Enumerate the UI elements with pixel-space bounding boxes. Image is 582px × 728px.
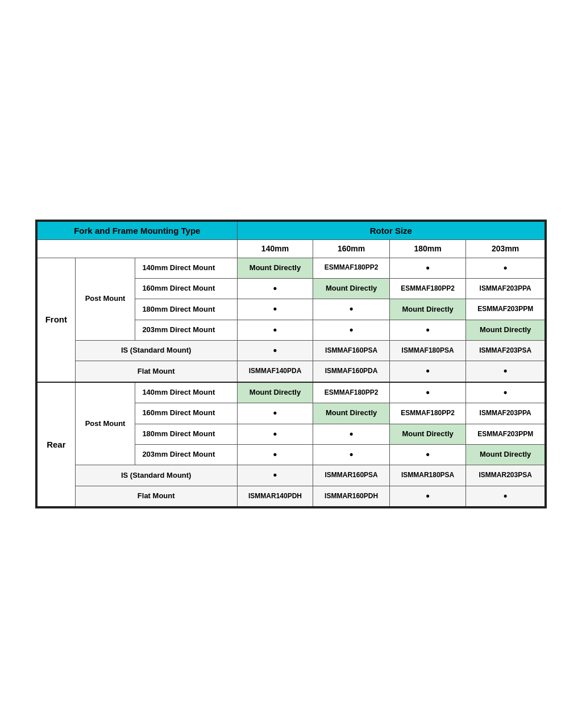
is-cell-1-0: • bbox=[237, 465, 313, 486]
is-cell-0-1: ISMMAF160PSA bbox=[313, 341, 390, 361]
row-label-1-1: 160mm Direct Mount bbox=[135, 403, 237, 424]
is-cell-1-1: ISMMAR160PSA bbox=[313, 465, 390, 486]
size-203-header: 203mm bbox=[466, 240, 545, 258]
flat-cell-0-2: • bbox=[389, 361, 466, 382]
row-label-1-3: 203mm Direct Mount bbox=[135, 445, 237, 465]
flat-cell-0-3: • bbox=[466, 361, 545, 382]
cell-1-2-1: • bbox=[313, 424, 390, 444]
cell-0-0-1: ESMMAF180PP2 bbox=[313, 258, 390, 278]
cell-0-0-3: • bbox=[466, 258, 545, 278]
cell-0-2-1: • bbox=[313, 299, 390, 320]
cell-0-3-1: • bbox=[313, 320, 390, 340]
cell-0-1-1: Mount Directly bbox=[313, 278, 390, 299]
flat-label-0: Flat Mount bbox=[75, 361, 237, 382]
is-label-1: IS (Standard Mount) bbox=[75, 465, 237, 486]
cell-1-1-2: ESMMAF180PP2 bbox=[389, 403, 466, 424]
flat-cell-1-0: ISMMAR140PDH bbox=[237, 486, 313, 507]
main-label-front: Front bbox=[37, 258, 75, 382]
cell-1-1-3: ISMMAF203PPA bbox=[466, 403, 545, 424]
cell-0-1-3: ISMMAF203PPA bbox=[466, 278, 545, 299]
cell-1-0-2: • bbox=[389, 382, 466, 403]
row-label-1-0: 140mm Direct Mount bbox=[135, 382, 237, 403]
fork-frame-header: Fork and Frame Mounting Type bbox=[37, 221, 237, 240]
is-cell-1-2: ISMMAR180PSA bbox=[389, 465, 466, 486]
main-label-rear: Rear bbox=[37, 382, 75, 507]
cell-1-3-2: • bbox=[389, 445, 466, 465]
cell-1-2-0: • bbox=[237, 424, 313, 444]
row-label-0-0: 140mm Direct Mount bbox=[135, 258, 237, 278]
flat-cell-1-1: ISMMAR160PDH bbox=[313, 486, 390, 507]
cell-1-3-1: • bbox=[313, 445, 390, 465]
fork-frame-subheader bbox=[37, 240, 237, 258]
is-cell-1-3: ISMMAR203PSA bbox=[466, 465, 545, 486]
flat-cell-1-3: • bbox=[466, 486, 545, 507]
cell-0-2-0: • bbox=[237, 299, 313, 320]
cell-0-2-3: ESMMAF203PPM bbox=[466, 299, 545, 320]
size-180-header: 180mm bbox=[389, 240, 466, 258]
cell-0-3-2: • bbox=[389, 320, 466, 340]
flat-cell-0-0: ISMMAF140PDA bbox=[237, 361, 313, 382]
row-label-0-1: 160mm Direct Mount bbox=[135, 278, 237, 299]
is-cell-0-0: • bbox=[237, 341, 313, 361]
cell-1-1-0: • bbox=[237, 403, 313, 424]
cell-1-0-1: ESMMAF180PP2 bbox=[313, 382, 390, 403]
is-cell-0-2: ISMMAF180PSA bbox=[389, 341, 466, 361]
cell-1-3-0: • bbox=[237, 445, 313, 465]
post-mount-label-front: Post Mount bbox=[75, 258, 135, 341]
cell-1-0-3: • bbox=[466, 382, 545, 403]
size-140-header: 140mm bbox=[237, 240, 313, 258]
cell-1-2-2: Mount Directly bbox=[389, 424, 466, 444]
cell-1-3-3: Mount Directly bbox=[466, 445, 545, 465]
cell-0-3-0: • bbox=[237, 320, 313, 340]
rotor-size-header: Rotor Size bbox=[237, 221, 545, 240]
cell-0-2-2: Mount Directly bbox=[389, 299, 466, 320]
cell-1-2-3: ESMMAF203PPM bbox=[466, 424, 545, 444]
cell-0-3-3: Mount Directly bbox=[466, 320, 545, 340]
compatibility-table: Fork and Frame Mounting Type Rotor Size … bbox=[36, 221, 546, 507]
cell-0-1-2: ESMMAF180PP2 bbox=[389, 278, 466, 299]
is-label-0: IS (Standard Mount) bbox=[75, 341, 237, 361]
flat-cell-1-2: • bbox=[389, 486, 466, 507]
flat-label-1: Flat Mount bbox=[75, 486, 237, 507]
cell-0-0-2: • bbox=[389, 258, 466, 278]
cell-1-1-1: Mount Directly bbox=[313, 403, 390, 424]
cell-1-0-0: Mount Directly bbox=[237, 382, 313, 403]
row-label-0-3: 203mm Direct Mount bbox=[135, 320, 237, 340]
cell-0-0-0: Mount Directly bbox=[237, 258, 313, 278]
flat-cell-0-1: ISMMAF160PDA bbox=[313, 361, 390, 382]
post-mount-label-rear: Post Mount bbox=[75, 382, 135, 465]
size-160-header: 160mm bbox=[313, 240, 390, 258]
main-table-container: Fork and Frame Mounting Type Rotor Size … bbox=[35, 220, 547, 508]
row-label-0-2: 180mm Direct Mount bbox=[135, 299, 237, 320]
is-cell-0-3: ISMMAF203PSA bbox=[466, 341, 545, 361]
row-label-1-2: 180mm Direct Mount bbox=[135, 424, 237, 444]
cell-0-1-0: • bbox=[237, 278, 313, 299]
